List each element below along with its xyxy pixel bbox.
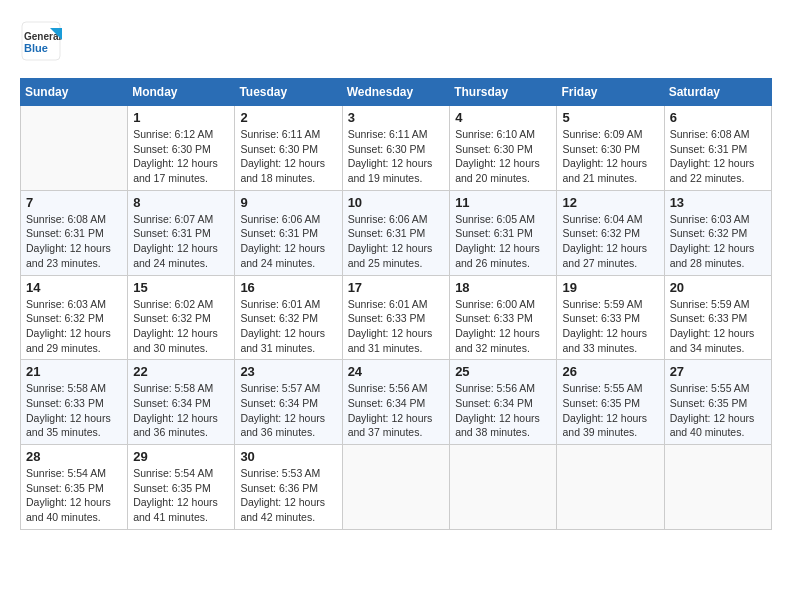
day-info: Sunrise: 6:06 AM Sunset: 6:31 PM Dayligh… bbox=[348, 212, 445, 271]
logo-icon: General Blue bbox=[20, 20, 62, 62]
day-number: 13 bbox=[670, 195, 766, 210]
day-number: 9 bbox=[240, 195, 336, 210]
day-info: Sunrise: 5:53 AM Sunset: 6:36 PM Dayligh… bbox=[240, 466, 336, 525]
calendar-cell: 10Sunrise: 6:06 AM Sunset: 6:31 PM Dayli… bbox=[342, 190, 450, 275]
day-number: 18 bbox=[455, 280, 551, 295]
calendar-cell: 2Sunrise: 6:11 AM Sunset: 6:30 PM Daylig… bbox=[235, 106, 342, 191]
day-number: 14 bbox=[26, 280, 122, 295]
calendar-cell: 29Sunrise: 5:54 AM Sunset: 6:35 PM Dayli… bbox=[128, 445, 235, 530]
calendar-cell: 28Sunrise: 5:54 AM Sunset: 6:35 PM Dayli… bbox=[21, 445, 128, 530]
day-info: Sunrise: 5:59 AM Sunset: 6:33 PM Dayligh… bbox=[562, 297, 658, 356]
svg-text:Blue: Blue bbox=[24, 42, 48, 54]
calendar-cell: 17Sunrise: 6:01 AM Sunset: 6:33 PM Dayli… bbox=[342, 275, 450, 360]
day-info: Sunrise: 6:11 AM Sunset: 6:30 PM Dayligh… bbox=[348, 127, 445, 186]
day-info: Sunrise: 5:55 AM Sunset: 6:35 PM Dayligh… bbox=[562, 381, 658, 440]
day-info: Sunrise: 5:56 AM Sunset: 6:34 PM Dayligh… bbox=[348, 381, 445, 440]
calendar-cell bbox=[664, 445, 771, 530]
calendar-cell: 5Sunrise: 6:09 AM Sunset: 6:30 PM Daylig… bbox=[557, 106, 664, 191]
day-number: 16 bbox=[240, 280, 336, 295]
day-header-sunday: Sunday bbox=[21, 79, 128, 106]
day-number: 17 bbox=[348, 280, 445, 295]
day-header-friday: Friday bbox=[557, 79, 664, 106]
day-number: 21 bbox=[26, 364, 122, 379]
calendar-cell: 1Sunrise: 6:12 AM Sunset: 6:30 PM Daylig… bbox=[128, 106, 235, 191]
calendar-cell: 26Sunrise: 5:55 AM Sunset: 6:35 PM Dayli… bbox=[557, 360, 664, 445]
calendar-header-row: SundayMondayTuesdayWednesdayThursdayFrid… bbox=[21, 79, 772, 106]
day-number: 10 bbox=[348, 195, 445, 210]
day-number: 27 bbox=[670, 364, 766, 379]
calendar-cell: 30Sunrise: 5:53 AM Sunset: 6:36 PM Dayli… bbox=[235, 445, 342, 530]
calendar-cell: 20Sunrise: 5:59 AM Sunset: 6:33 PM Dayli… bbox=[664, 275, 771, 360]
day-number: 15 bbox=[133, 280, 229, 295]
day-header-thursday: Thursday bbox=[450, 79, 557, 106]
day-header-monday: Monday bbox=[128, 79, 235, 106]
calendar-cell: 15Sunrise: 6:02 AM Sunset: 6:32 PM Dayli… bbox=[128, 275, 235, 360]
calendar-cell bbox=[450, 445, 557, 530]
day-info: Sunrise: 5:54 AM Sunset: 6:35 PM Dayligh… bbox=[26, 466, 122, 525]
day-info: Sunrise: 6:00 AM Sunset: 6:33 PM Dayligh… bbox=[455, 297, 551, 356]
calendar-cell: 13Sunrise: 6:03 AM Sunset: 6:32 PM Dayli… bbox=[664, 190, 771, 275]
day-info: Sunrise: 5:55 AM Sunset: 6:35 PM Dayligh… bbox=[670, 381, 766, 440]
calendar-cell: 24Sunrise: 5:56 AM Sunset: 6:34 PM Dayli… bbox=[342, 360, 450, 445]
calendar-cell bbox=[21, 106, 128, 191]
calendar-cell: 22Sunrise: 5:58 AM Sunset: 6:34 PM Dayli… bbox=[128, 360, 235, 445]
day-number: 8 bbox=[133, 195, 229, 210]
day-info: Sunrise: 6:08 AM Sunset: 6:31 PM Dayligh… bbox=[670, 127, 766, 186]
day-header-saturday: Saturday bbox=[664, 79, 771, 106]
calendar-cell: 6Sunrise: 6:08 AM Sunset: 6:31 PM Daylig… bbox=[664, 106, 771, 191]
calendar-cell bbox=[557, 445, 664, 530]
day-info: Sunrise: 6:04 AM Sunset: 6:32 PM Dayligh… bbox=[562, 212, 658, 271]
day-header-wednesday: Wednesday bbox=[342, 79, 450, 106]
calendar-week-5: 28Sunrise: 5:54 AM Sunset: 6:35 PM Dayli… bbox=[21, 445, 772, 530]
calendar-cell: 16Sunrise: 6:01 AM Sunset: 6:32 PM Dayli… bbox=[235, 275, 342, 360]
calendar-cell: 23Sunrise: 5:57 AM Sunset: 6:34 PM Dayli… bbox=[235, 360, 342, 445]
day-info: Sunrise: 5:58 AM Sunset: 6:34 PM Dayligh… bbox=[133, 381, 229, 440]
day-number: 25 bbox=[455, 364, 551, 379]
day-number: 7 bbox=[26, 195, 122, 210]
calendar-cell bbox=[342, 445, 450, 530]
day-info: Sunrise: 6:03 AM Sunset: 6:32 PM Dayligh… bbox=[670, 212, 766, 271]
day-number: 30 bbox=[240, 449, 336, 464]
day-number: 6 bbox=[670, 110, 766, 125]
calendar-cell: 19Sunrise: 5:59 AM Sunset: 6:33 PM Dayli… bbox=[557, 275, 664, 360]
day-info: Sunrise: 6:01 AM Sunset: 6:32 PM Dayligh… bbox=[240, 297, 336, 356]
day-header-tuesday: Tuesday bbox=[235, 79, 342, 106]
calendar-week-3: 14Sunrise: 6:03 AM Sunset: 6:32 PM Dayli… bbox=[21, 275, 772, 360]
day-info: Sunrise: 5:54 AM Sunset: 6:35 PM Dayligh… bbox=[133, 466, 229, 525]
day-number: 29 bbox=[133, 449, 229, 464]
day-info: Sunrise: 6:08 AM Sunset: 6:31 PM Dayligh… bbox=[26, 212, 122, 271]
day-number: 2 bbox=[240, 110, 336, 125]
day-info: Sunrise: 5:58 AM Sunset: 6:33 PM Dayligh… bbox=[26, 381, 122, 440]
calendar-week-4: 21Sunrise: 5:58 AM Sunset: 6:33 PM Dayli… bbox=[21, 360, 772, 445]
day-number: 5 bbox=[562, 110, 658, 125]
page-header: General Blue bbox=[20, 20, 772, 62]
calendar-cell: 7Sunrise: 6:08 AM Sunset: 6:31 PM Daylig… bbox=[21, 190, 128, 275]
calendar-cell: 12Sunrise: 6:04 AM Sunset: 6:32 PM Dayli… bbox=[557, 190, 664, 275]
day-info: Sunrise: 6:05 AM Sunset: 6:31 PM Dayligh… bbox=[455, 212, 551, 271]
calendar-body: 1Sunrise: 6:12 AM Sunset: 6:30 PM Daylig… bbox=[21, 106, 772, 530]
day-number: 12 bbox=[562, 195, 658, 210]
day-info: Sunrise: 6:03 AM Sunset: 6:32 PM Dayligh… bbox=[26, 297, 122, 356]
calendar-cell: 11Sunrise: 6:05 AM Sunset: 6:31 PM Dayli… bbox=[450, 190, 557, 275]
calendar-cell: 27Sunrise: 5:55 AM Sunset: 6:35 PM Dayli… bbox=[664, 360, 771, 445]
calendar-cell: 8Sunrise: 6:07 AM Sunset: 6:31 PM Daylig… bbox=[128, 190, 235, 275]
day-number: 11 bbox=[455, 195, 551, 210]
day-number: 22 bbox=[133, 364, 229, 379]
day-info: Sunrise: 6:07 AM Sunset: 6:31 PM Dayligh… bbox=[133, 212, 229, 271]
day-number: 3 bbox=[348, 110, 445, 125]
calendar-cell: 4Sunrise: 6:10 AM Sunset: 6:30 PM Daylig… bbox=[450, 106, 557, 191]
day-number: 24 bbox=[348, 364, 445, 379]
day-info: Sunrise: 6:02 AM Sunset: 6:32 PM Dayligh… bbox=[133, 297, 229, 356]
day-number: 23 bbox=[240, 364, 336, 379]
day-info: Sunrise: 5:59 AM Sunset: 6:33 PM Dayligh… bbox=[670, 297, 766, 356]
day-number: 26 bbox=[562, 364, 658, 379]
day-number: 4 bbox=[455, 110, 551, 125]
calendar-cell: 9Sunrise: 6:06 AM Sunset: 6:31 PM Daylig… bbox=[235, 190, 342, 275]
calendar-week-2: 7Sunrise: 6:08 AM Sunset: 6:31 PM Daylig… bbox=[21, 190, 772, 275]
day-info: Sunrise: 6:06 AM Sunset: 6:31 PM Dayligh… bbox=[240, 212, 336, 271]
calendar-table: SundayMondayTuesdayWednesdayThursdayFrid… bbox=[20, 78, 772, 530]
day-info: Sunrise: 6:09 AM Sunset: 6:30 PM Dayligh… bbox=[562, 127, 658, 186]
logo: General Blue bbox=[20, 20, 62, 62]
calendar-cell: 25Sunrise: 5:56 AM Sunset: 6:34 PM Dayli… bbox=[450, 360, 557, 445]
day-info: Sunrise: 6:10 AM Sunset: 6:30 PM Dayligh… bbox=[455, 127, 551, 186]
